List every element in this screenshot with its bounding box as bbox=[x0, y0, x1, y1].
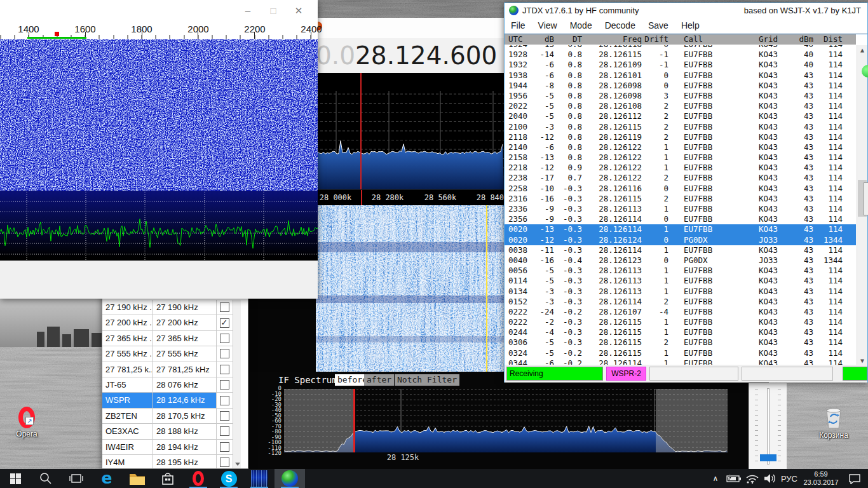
menu-item[interactable]: Mode bbox=[564, 18, 599, 33]
desktop-icon-opera[interactable]: ↗ Opera bbox=[8, 407, 46, 438]
search-button[interactable] bbox=[31, 469, 61, 488]
memory-checkbox[interactable] bbox=[220, 380, 229, 390]
table-row[interactable]: 2040 -5 0.8 28.126112 2 EU7FBB KO43 43 1… bbox=[505, 111, 856, 121]
memory-row[interactable]: ZB2TEN 28 170,5 kHz bbox=[102, 409, 233, 424]
table-row[interactable]: 2118 -12 0.8 28.126119 2 EU7FBB KO43 43 … bbox=[505, 132, 856, 142]
rx-frequency-marker[interactable] bbox=[55, 32, 59, 36]
memory-checkbox[interactable] bbox=[220, 302, 229, 312]
memory-row[interactable]: 27 781,25 k... 27 781,25 kHz bbox=[102, 362, 233, 377]
table-row[interactable]: 1944 -8 0.8 28.126098 0 EU7FBB KO43 43 1… bbox=[505, 81, 856, 91]
minimize-button[interactable]: – bbox=[238, 5, 257, 18]
memory-row[interactable]: WSPR 28 124,6 kHz bbox=[102, 393, 233, 408]
menu-item[interactable]: Save bbox=[642, 18, 675, 33]
tray-wifi[interactable] bbox=[743, 469, 761, 488]
memory-row[interactable]: 27 365 kHz ... 27 365 kHz bbox=[102, 331, 233, 346]
wide-graph-window: – □ ✕ 140016001800200022002400 bbox=[0, 0, 318, 299]
memory-row[interactable]: OE3XAC 28 188 kHz bbox=[102, 424, 233, 439]
close-button[interactable]: ✕ bbox=[289, 5, 308, 18]
memory-checkbox[interactable] bbox=[220, 442, 229, 452]
tray-chevron[interactable]: ∧ bbox=[707, 469, 724, 488]
wide-graph-spectrum[interactable] bbox=[0, 191, 318, 261]
start-button[interactable] bbox=[0, 469, 31, 488]
memory-row[interactable]: 27 200 kHz ... 27 200 kHz bbox=[102, 315, 233, 330]
sdr-main-spectrum[interactable] bbox=[316, 73, 504, 189]
taskbar-jtdx[interactable] bbox=[275, 469, 305, 488]
tray-clock[interactable]: 6:59 23.03.2017 bbox=[801, 469, 841, 488]
taskbar-edge[interactable]: e bbox=[92, 469, 122, 488]
taskbar-sdr-console[interactable] bbox=[244, 469, 275, 488]
memory-scrollbar[interactable] bbox=[233, 300, 241, 469]
sdr-frequency-display[interactable]: 0.028.124.600 bbox=[316, 38, 505, 73]
table-row[interactable]: 2218 -12 0.9 28.126122 1 EU7FBB KO43 43 … bbox=[505, 163, 856, 173]
memory-checkbox[interactable] bbox=[220, 318, 229, 328]
memory-row[interactable]: JT-65 28 076 kHz bbox=[102, 377, 233, 393]
if-spectrum-button[interactable]: after bbox=[364, 374, 394, 386]
memory-row[interactable]: IW4EIR 28 194 kHz bbox=[102, 440, 233, 455]
if-spectrum-button[interactable]: Filter bbox=[424, 374, 459, 386]
scroll-up-icon[interactable]: ▲ bbox=[857, 46, 867, 53]
memory-checkbox[interactable] bbox=[220, 365, 229, 374]
table-row[interactable]: 2356 -9 -0.3 28.126114 0 EU7FBB KO43 43 … bbox=[505, 214, 856, 224]
table-row[interactable]: 2022 -5 0.8 28.126108 2 EU7FBB KO43 43 1… bbox=[505, 101, 856, 111]
table-row[interactable]: 0222 -2 -0.3 28.126115 1 EU7FBB KO43 43 … bbox=[505, 317, 856, 327]
table-row[interactable]: 2238 -17 0.7 28.126122 2 EU7FBB KO43 43 … bbox=[505, 173, 856, 183]
tray-language[interactable]: РУС bbox=[776, 469, 802, 488]
table-row[interactable]: 2258 -10 -0.3 28.126116 0 EU7FBB KO43 43… bbox=[505, 184, 856, 194]
tray-battery[interactable] bbox=[724, 469, 743, 488]
taskbar-opera[interactable] bbox=[183, 469, 214, 488]
jtdx-titlebar[interactable]: JTDX v17.6.1 by HF community based on WS… bbox=[505, 3, 867, 18]
table-row[interactable]: 0020 -12 -0.3 28.126124 0 PG0DX JO33 43 … bbox=[505, 235, 856, 245]
memory-checkbox[interactable] bbox=[220, 458, 229, 467]
table-row[interactable]: 0056 -5 -0.3 28.126113 1 EU7FBB KO43 43 … bbox=[505, 266, 856, 276]
table-row[interactable]: 2100 -3 0.8 28.126115 2 EU7FBB KO43 43 1… bbox=[505, 122, 856, 132]
table-row[interactable]: 2140 -6 0.8 28.126122 1 EU7FBB KO43 43 1… bbox=[505, 142, 856, 152]
wide-graph-waterfall[interactable] bbox=[0, 39, 318, 191]
volume-slider[interactable] bbox=[767, 388, 770, 464]
tray-action-center[interactable] bbox=[844, 469, 865, 488]
if-spectrum-button[interactable]: Notch bbox=[395, 374, 424, 386]
wide-graph-titlebar[interactable]: – □ ✕ bbox=[0, 0, 318, 22]
table-row[interactable]: 0038 -11 -0.3 28.126114 1 EU7FBB KO43 43… bbox=[505, 245, 856, 255]
table-row[interactable]: 0324 -5 -0.2 28.126115 1 EU7FBB KO43 43 … bbox=[505, 348, 856, 358]
memory-checkbox[interactable] bbox=[220, 396, 229, 405]
task-view-button[interactable] bbox=[61, 469, 92, 488]
table-row[interactable]: 0020 -13 -0.3 28.126114 1 EU7FBB KO43 43… bbox=[505, 224, 856, 234]
memory-row[interactable]: 27 190 kHz ... 27 190 kHz bbox=[102, 300, 233, 315]
table-row[interactable]: 1924 -13 0.8 28.126118 0 EU7FBB KO43 40 … bbox=[505, 45, 856, 50]
table-row[interactable]: 0114 -5 -0.3 28.126113 1 EU7FBB KO43 43 … bbox=[505, 276, 856, 286]
table-row[interactable]: 2336 -9 -0.3 28.126113 1 EU7FBB KO43 43 … bbox=[505, 204, 856, 214]
table-row[interactable]: 0306 -5 -0.3 28.126115 2 EU7FBB KO43 43 … bbox=[505, 337, 856, 348]
table-row[interactable]: 0040 -16 -0.4 28.126123 0 PG0DX JO33 43 … bbox=[505, 255, 856, 266]
table-row[interactable]: 1928 -14 0.8 28.126115 -1 EU7FBB KO43 40… bbox=[505, 50, 856, 60]
if-spectrum-graph[interactable] bbox=[284, 389, 728, 452]
menu-item[interactable]: View bbox=[532, 18, 564, 33]
table-row[interactable]: 0134 -3 -0.3 28.126113 1 EU7FBB KO43 43 … bbox=[505, 287, 856, 297]
memory-checkbox[interactable] bbox=[220, 334, 229, 343]
taskbar: e S ∧ bbox=[0, 469, 868, 488]
desktop-icon-recycle-bin[interactable]: Корзина bbox=[815, 405, 853, 440]
memory-checkbox[interactable] bbox=[220, 426, 229, 436]
table-row[interactable]: 2316 -16 -0.3 28.126115 2 EU7FBB KO43 43… bbox=[505, 194, 856, 204]
menu-item[interactable]: Help bbox=[675, 18, 706, 33]
memory-row[interactable]: 27 555 kHz ... 27 555 kHz bbox=[102, 346, 233, 362]
table-row[interactable]: 1932 -6 0.8 28.126109 -1 EU7FBB KO43 40 … bbox=[505, 60, 856, 70]
memory-checkbox[interactable] bbox=[220, 349, 229, 358]
volume-slider-handle[interactable] bbox=[760, 454, 776, 461]
taskbar-file-explorer[interactable] bbox=[122, 469, 153, 488]
table-row[interactable]: 0244 -4 -0.3 28.126115 1 EU7FBB KO43 43 … bbox=[505, 327, 856, 337]
memory-row[interactable]: IY4M 28 195 kHz bbox=[102, 455, 233, 469]
table-row[interactable]: 0222 -24 -0.2 28.126107 -4 EU7FBB KO43 4… bbox=[505, 307, 856, 317]
table-row[interactable]: 2158 -13 0.8 28.126122 1 EU7FBB KO43 43 … bbox=[505, 152, 856, 163]
scroll-down-icon[interactable]: ▼ bbox=[857, 357, 867, 364]
taskbar-store[interactable] bbox=[153, 469, 183, 488]
memory-checkbox[interactable] bbox=[220, 411, 229, 421]
maximize-button[interactable]: □ bbox=[264, 5, 283, 18]
scroll-down-icon[interactable] bbox=[235, 463, 240, 466]
table-row[interactable]: 1956 -5 0.8 28.126098 3 EU7FBB KO43 43 1… bbox=[505, 91, 856, 101]
menu-item[interactable]: Decode bbox=[599, 18, 642, 33]
taskbar-skype[interactable]: S bbox=[214, 469, 244, 488]
sdr-waterfall[interactable] bbox=[316, 205, 504, 372]
table-row[interactable]: 0152 -3 -0.3 28.126114 2 EU7FBB KO43 43 … bbox=[505, 297, 856, 307]
table-row[interactable]: 1938 -6 0.8 28.126101 0 EU7FBB KO43 43 1… bbox=[505, 71, 856, 81]
menu-item[interactable]: File bbox=[505, 18, 532, 33]
